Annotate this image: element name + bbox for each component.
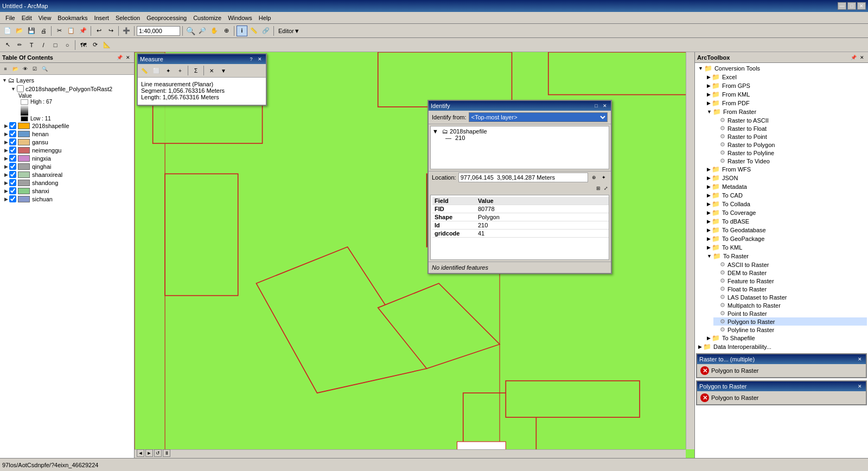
copy-btn[interactable]: 📋 bbox=[66, 26, 76, 36]
layout-view-btn[interactable]: 📐 bbox=[101, 40, 112, 50]
circle-btn[interactable]: ○ bbox=[62, 40, 73, 50]
line-btn[interactable]: / bbox=[38, 40, 49, 50]
layer-shandong-checkbox[interactable] bbox=[9, 179, 16, 186]
map-nav-refresh-btn[interactable]: ↺ bbox=[154, 449, 162, 457]
menu-bookmarks[interactable]: Bookmarks bbox=[54, 14, 91, 22]
zoom-in-btn[interactable]: 🔍 bbox=[185, 26, 196, 36]
measure-clear-btn[interactable]: ✕ bbox=[206, 65, 217, 76]
menu-help[interactable]: Help bbox=[256, 14, 275, 22]
menu-geoprocessing[interactable]: Geoprocessing bbox=[143, 14, 190, 22]
raster-layer-item[interactable]: ▼ c2018shapefile_PolygonToRast2 bbox=[10, 85, 133, 93]
save-btn[interactable]: 💾 bbox=[26, 26, 37, 36]
measure-feature-btn[interactable]: ✦ bbox=[163, 65, 174, 76]
atb-metadata[interactable]: ▶ 📁 Metadata bbox=[705, 182, 867, 191]
add-data-btn[interactable]: ➕ bbox=[121, 26, 132, 36]
zoom-map-btn[interactable]: 🗺 bbox=[78, 40, 88, 50]
layer-ningxia-expand[interactable]: ▶ bbox=[4, 156, 8, 161]
atb-tokml[interactable]: ▶ 📁 To KML bbox=[705, 243, 867, 252]
print-btn[interactable]: 🖨 bbox=[38, 26, 49, 36]
identify-tbl-btn[interactable]: ⊞ bbox=[595, 184, 602, 192]
atb-las-raster[interactable]: ⚙ LAS Dataset to Raster bbox=[713, 293, 867, 301]
map-nav-pause-btn[interactable]: ⏸ bbox=[163, 449, 170, 457]
atb-conversion-tools[interactable]: ▼ 📁 Conversion Tools bbox=[696, 64, 867, 73]
atb-togeopkg[interactable]: ▶ 📁 To GeoPackage bbox=[705, 234, 867, 243]
close-button[interactable]: ✕ bbox=[857, 2, 866, 10]
atb-polygon-raster[interactable]: ⚙ Polygon to Raster bbox=[713, 317, 867, 326]
toc-vis-btn[interactable]: 👁 bbox=[21, 65, 29, 73]
menu-insert[interactable]: Insert bbox=[91, 14, 112, 22]
atb-dem-raster[interactable]: ⚙ DEM to Raster bbox=[713, 269, 867, 277]
undo-btn[interactable]: ↩ bbox=[93, 26, 104, 36]
measure-help-btn[interactable]: ? bbox=[247, 55, 255, 63]
toc-close-btn[interactable]: ✕ bbox=[124, 54, 132, 61]
layer-henan[interactable]: ▶ henan bbox=[3, 130, 133, 138]
layers-expand[interactable]: ▼ bbox=[2, 78, 7, 83]
atb-raster-polyline[interactable]: ⚙ Raster to Polyline bbox=[713, 149, 867, 157]
refresh-btn[interactable]: ⟳ bbox=[90, 40, 100, 50]
atb-feature-raster[interactable]: ⚙ Feature to Raster bbox=[713, 277, 867, 285]
raster-expand[interactable]: ▼ bbox=[11, 86, 16, 92]
scale-input[interactable]: 1:40,000 bbox=[137, 26, 180, 36]
atb-toraster[interactable]: ▼ 📁 To Raster bbox=[705, 252, 867, 260]
redo-btn[interactable]: ↪ bbox=[105, 26, 116, 36]
layer-neimenggu[interactable]: ▶ neimenggu bbox=[3, 146, 133, 154]
layer-2018-expand[interactable]: ▶ bbox=[4, 123, 8, 129]
layer-shaanxireal-checkbox[interactable] bbox=[9, 171, 16, 178]
atb-raster-polygon[interactable]: ⚙ Raster to Polygon bbox=[713, 141, 867, 149]
cut-btn[interactable]: ✂ bbox=[54, 26, 65, 36]
rect-btn[interactable]: □ bbox=[50, 40, 61, 50]
identify-loc-flash-btn[interactable]: ✦ bbox=[600, 174, 608, 181]
atb-data-interop[interactable]: ▶ 📁 Data Interoperability... bbox=[696, 342, 867, 351]
layer-qinghai-checkbox[interactable] bbox=[9, 163, 16, 170]
measure-line-btn[interactable]: 📏 bbox=[139, 65, 150, 76]
measure-unit-btn[interactable]: + bbox=[175, 65, 186, 76]
menu-windows[interactable]: Windows bbox=[225, 14, 256, 22]
popup2-close-btn[interactable]: ✕ bbox=[856, 383, 864, 390]
layer-qinghai-expand[interactable]: ▶ bbox=[4, 164, 8, 169]
menu-edit[interactable]: Edit bbox=[18, 14, 35, 22]
layer-neimenggu-expand[interactable]: ▶ bbox=[4, 148, 8, 153]
atb-fromgps[interactable]: ▶ 📁 From GPS bbox=[705, 81, 867, 90]
layer-gansu-checkbox[interactable] bbox=[9, 138, 16, 145]
full-extent-btn[interactable]: ⊕ bbox=[221, 26, 232, 36]
atb-fromwfs[interactable]: ▶ 📁 From WFS bbox=[705, 165, 867, 174]
toc-source-btn[interactable]: 📂 bbox=[11, 65, 20, 73]
atb-close-btn[interactable]: ✕ bbox=[858, 54, 866, 61]
measure-btn[interactable]: 📏 bbox=[248, 26, 259, 36]
layer-shaanxireal[interactable]: ▶ shaanxireal bbox=[3, 170, 133, 179]
toc-pin-btn[interactable]: 📌 bbox=[116, 54, 123, 61]
atb-toshapefile[interactable]: ▶ 📁 To Shapefile bbox=[705, 334, 867, 342]
popup1-close-btn[interactable]: ✕ bbox=[856, 355, 864, 363]
layer-henan-checkbox[interactable] bbox=[9, 130, 16, 137]
identify-expand-btn[interactable]: ⤢ bbox=[602, 184, 610, 192]
atb-raster-point[interactable]: ⚙ Raster to Point bbox=[713, 132, 867, 141]
map-scroll-v[interactable] bbox=[686, 52, 694, 449]
identify-close-btn[interactable]: ✕ bbox=[601, 102, 609, 110]
atb-tocad[interactable]: ▶ 📁 To CAD bbox=[705, 191, 867, 200]
atb-raster-float[interactable]: ⚙ Raster to Float bbox=[713, 124, 867, 132]
toc-search-btn[interactable]: 🔍 bbox=[40, 65, 49, 73]
layer-sichuan-expand[interactable]: ▶ bbox=[4, 196, 8, 202]
map-nav-back-btn[interactable]: ◄ bbox=[137, 449, 144, 457]
layer-henan-expand[interactable]: ▶ bbox=[4, 131, 8, 137]
layer-shanxi-checkbox[interactable] bbox=[9, 187, 16, 194]
maximize-button[interactable]: □ bbox=[847, 2, 856, 10]
atb-tocollada[interactable]: ▶ 📁 To Collada bbox=[705, 200, 867, 208]
layer-qinghai[interactable]: ▶ qinghai bbox=[3, 162, 133, 170]
open-btn[interactable]: 📂 bbox=[14, 26, 25, 36]
map-nav-fwd-btn[interactable]: ► bbox=[145, 449, 153, 457]
text-btn[interactable]: T bbox=[26, 40, 37, 50]
layer-sichuan-checkbox[interactable] bbox=[9, 195, 16, 202]
atb-todbase[interactable]: ▶ 📁 To dBASE bbox=[705, 217, 867, 226]
measure-options-btn[interactable]: ▼ bbox=[218, 65, 229, 76]
map-area[interactable]: Measure ? ✕ 📏 ⬜ ✦ + Σ ✕ ▼ Line measureme… bbox=[135, 52, 694, 458]
new-btn[interactable]: 📄 bbox=[2, 26, 13, 36]
atb-tocoverage[interactable]: ▶ 📁 To Coverage bbox=[705, 208, 867, 217]
raster-checkbox[interactable] bbox=[17, 85, 24, 92]
identify-btn[interactable]: i bbox=[237, 26, 247, 36]
paste-btn[interactable]: 📌 bbox=[78, 26, 88, 36]
layer-sichuan[interactable]: ▶ sichuan bbox=[3, 195, 133, 203]
layer-2018shapefile[interactable]: ▶ 2018shapefile bbox=[3, 122, 133, 130]
layer-gansu[interactable]: ▶ gansu bbox=[3, 138, 133, 146]
menu-customize[interactable]: Customize bbox=[190, 14, 225, 22]
